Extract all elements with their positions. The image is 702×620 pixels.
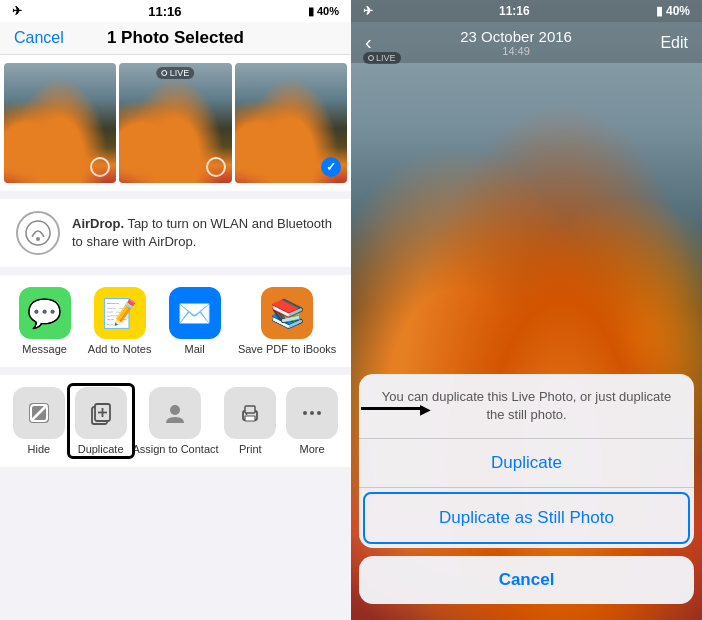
action-print[interactable]: Print [220,387,280,455]
right-panel: ✈ 11:16 ▮ 40% ‹ 23 October 2016 14:49 Ed… [351,0,702,620]
mail-label: Mail [185,343,205,355]
dialog-cancel-button[interactable]: Cancel [359,556,694,604]
app-message[interactable]: 💬 Message [15,287,75,355]
airplane-icon: ✈ [12,4,22,18]
right-status-right: ▮ 40% [656,4,690,18]
duplicate-icon [75,387,127,439]
left-status-time: 11:16 [148,4,181,19]
photo-thumb-3[interactable]: ✓ [235,63,347,183]
photo-grid: LIVE ✓ [0,55,351,191]
nav-title: 1 Photo Selected [107,28,244,48]
arrow-indicator [361,407,421,410]
hide-label: Hide [28,443,51,455]
print-icon [224,387,276,439]
duplicate-still-button[interactable]: Duplicate as Still Photo [363,492,690,544]
duplicate-label: Duplicate [78,443,124,455]
action-icons-row: Hide Duplicate Assign to C [0,375,351,467]
svg-rect-12 [245,416,255,421]
right-nav-bar: ‹ 23 October 2016 14:49 Edit [351,22,702,63]
right-status-bar: ✈ 11:16 ▮ 40% [351,0,702,22]
svg-point-1 [36,237,40,241]
svg-point-13 [246,413,248,415]
dialog-overlay: You can duplicate this Live Photo, or ju… [351,366,702,620]
edit-button[interactable]: Edit [660,34,688,52]
duplicate-button[interactable]: Duplicate [359,439,694,488]
svg-point-9 [170,405,180,415]
left-status-right: ▮ 40% [308,5,339,18]
date-sub: 14:49 [460,45,572,57]
battery-icon: ▮ 40% [308,5,339,18]
more-label: More [300,443,325,455]
left-panel: ✈ 11:16 ▮ 40% Cancel 1 Photo Selected LI… [0,0,351,620]
message-icon: 💬 [19,287,71,339]
notes-icon: 📝 [94,287,146,339]
app-ibooks[interactable]: 📚 Save PDF to iBooks [238,287,336,355]
dialog-box: You can duplicate this Live Photo, or ju… [359,374,694,548]
svg-point-16 [317,411,321,415]
action-assign-contact[interactable]: Assign to Contact [132,387,218,455]
select-circle-2[interactable] [206,157,226,177]
airdrop-icon [16,211,60,255]
airdrop-text: AirDrop. Tap to turn on WLAN and Bluetoo… [72,215,335,251]
action-duplicate[interactable]: Duplicate [71,387,131,455]
right-airplane-icon: ✈ [363,4,373,18]
photo-date: 23 October 2016 14:49 [460,28,572,57]
more-icon [286,387,338,439]
ibooks-icon: 📚 [261,287,313,339]
left-status-bar: ✈ 11:16 ▮ 40% [0,0,351,22]
app-notes[interactable]: 📝 Add to Notes [88,287,152,355]
airdrop-section[interactable]: AirDrop. Tap to turn on WLAN and Bluetoo… [0,199,351,267]
photo-thumb-2[interactable]: LIVE [119,63,231,183]
select-check-3[interactable]: ✓ [321,157,341,177]
airdrop-title: AirDrop. [72,216,124,231]
hide-icon [13,387,65,439]
left-status-left: ✈ [12,4,22,18]
svg-point-0 [26,221,50,245]
svg-point-14 [303,411,307,415]
print-label: Print [239,443,262,455]
ibooks-label: Save PDF to iBooks [238,343,336,355]
right-status-time: 11:16 [499,4,530,18]
date-main: 23 October 2016 [460,28,572,45]
action-hide[interactable]: Hide [9,387,69,455]
mail-icon: ✉️ [169,287,221,339]
action-more[interactable]: More [282,387,342,455]
live-badge: LIVE [157,67,195,79]
app-mail[interactable]: ✉️ Mail [165,287,225,355]
message-label: Message [22,343,67,355]
svg-point-15 [310,411,314,415]
left-nav-bar: Cancel 1 Photo Selected [0,22,351,55]
cancel-button[interactable]: Cancel [14,29,64,47]
contact-icon [149,387,201,439]
notes-label: Add to Notes [88,343,152,355]
photo-thumb-1[interactable] [4,63,116,183]
right-battery-icon: ▮ 40% [656,4,690,18]
contact-label: Assign to Contact [132,443,218,455]
app-icons-row: 💬 Message 📝 Add to Notes ✉️ Mail 📚 Save … [0,275,351,367]
back-button[interactable]: ‹ [365,31,372,54]
svg-rect-11 [245,406,255,413]
right-status-left: ✈ [363,4,373,18]
